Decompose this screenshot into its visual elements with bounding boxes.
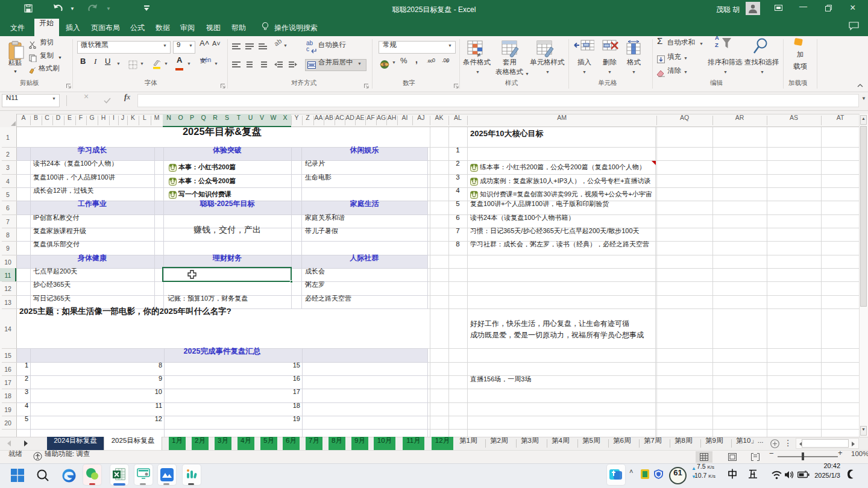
svg-text:≠: ≠: [477, 51, 480, 58]
svg-text:$: $: [383, 62, 386, 67]
